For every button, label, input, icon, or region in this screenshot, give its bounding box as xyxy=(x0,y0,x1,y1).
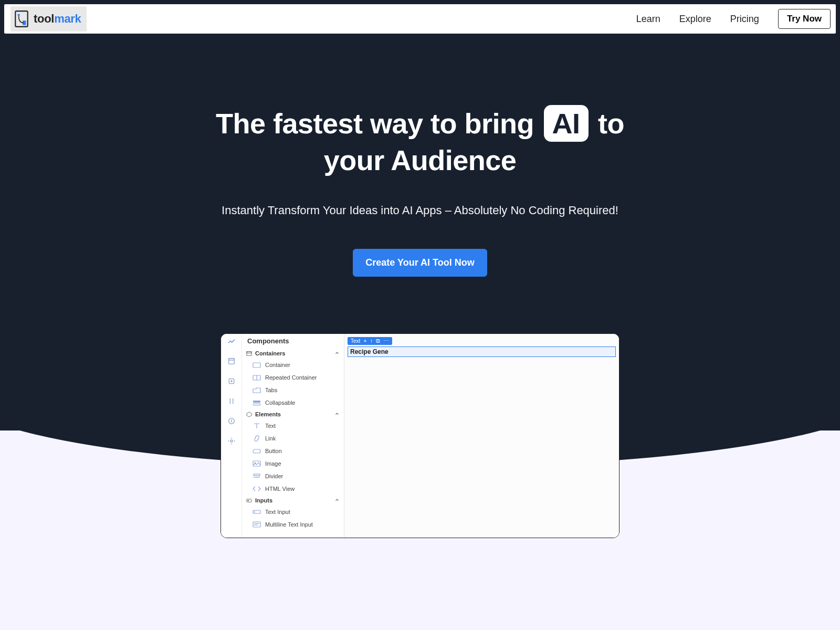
text-field[interactable] xyxy=(348,346,616,357)
hero-title: The fastest way to bring AI to your Audi… xyxy=(184,105,656,178)
item-text-input[interactable]: Text Input xyxy=(242,506,344,518)
svg-rect-22 xyxy=(253,510,260,513)
svg-point-1 xyxy=(18,14,20,16)
svg-point-7 xyxy=(230,440,233,442)
logo[interactable]: toolmark xyxy=(10,6,87,32)
item-multiline[interactable]: Multiline Text Input xyxy=(242,518,344,531)
tag-copy-icon[interactable]: ⧉ xyxy=(376,338,380,344)
chevron-up-icon xyxy=(334,411,340,417)
item-container[interactable]: Container xyxy=(242,359,344,371)
editor-canvas[interactable]: Text + ↑ ⧉ ⋯ xyxy=(344,334,619,538)
item-divider[interactable]: Divider xyxy=(242,470,344,482)
item-link[interactable]: Link xyxy=(242,432,344,445)
text-value-input[interactable] xyxy=(350,348,403,355)
element-tag[interactable]: Text + ↑ ⧉ ⋯ xyxy=(348,337,392,345)
item-text[interactable]: Text xyxy=(242,419,344,432)
editor-mock: Components Containers Container Repeated… xyxy=(220,333,620,538)
elements-icon xyxy=(246,412,252,417)
components-panel: Components Containers Container Repeated… xyxy=(242,334,344,538)
svg-rect-8 xyxy=(247,351,251,355)
repeated-icon xyxy=(253,374,261,381)
item-html[interactable]: HTML View xyxy=(242,482,344,495)
nav-explore[interactable]: Explore xyxy=(679,14,711,25)
chevron-up-icon xyxy=(334,350,340,356)
svg-point-21 xyxy=(248,500,249,501)
rail-icon-1[interactable] xyxy=(227,337,236,348)
ai-pill: AI xyxy=(544,105,589,142)
logo-icon xyxy=(14,9,29,28)
cta-button[interactable]: Create Your AI Tool Now xyxy=(353,249,487,277)
tag-up-icon[interactable]: ↑ xyxy=(370,338,373,344)
svg-rect-4 xyxy=(228,359,234,360)
header: toolmark Learn Explore Pricing Try Now xyxy=(4,4,836,34)
hero-sub: Instantly Transform Your Ideas into AI A… xyxy=(0,204,840,217)
rail-icon-6[interactable] xyxy=(227,437,236,447)
svg-rect-24 xyxy=(253,522,260,527)
svg-rect-18 xyxy=(254,474,260,476)
svg-rect-15 xyxy=(253,449,260,453)
inputs-icon xyxy=(246,498,252,503)
item-tabs[interactable]: Tabs xyxy=(242,384,344,396)
group-elements[interactable]: Elements xyxy=(242,409,344,419)
svg-rect-9 xyxy=(247,351,251,353)
group-inputs[interactable]: Inputs xyxy=(242,495,344,506)
nav-pricing[interactable]: Pricing xyxy=(730,14,759,25)
svg-rect-3 xyxy=(228,359,234,364)
chevron-up-icon xyxy=(334,497,340,503)
svg-rect-20 xyxy=(247,499,251,502)
item-image[interactable]: Image xyxy=(242,457,344,470)
group-containers[interactable]: Containers xyxy=(242,348,344,359)
rail-icon-2[interactable] xyxy=(227,357,236,368)
panel-title: Components xyxy=(242,334,344,348)
tabs-icon xyxy=(253,386,261,394)
rail-icon-5[interactable] xyxy=(227,417,236,427)
tag-more-icon[interactable]: ⋯ xyxy=(383,338,389,344)
divider-icon xyxy=(253,472,261,480)
text-icon xyxy=(253,422,261,429)
item-button[interactable]: Button xyxy=(242,445,344,457)
container-icon xyxy=(253,361,261,369)
text-input-icon xyxy=(253,508,261,516)
image-icon xyxy=(253,460,261,467)
logo-text: toolmark xyxy=(34,12,81,26)
item-collapsable[interactable]: Collapsable xyxy=(242,396,344,409)
svg-rect-10 xyxy=(253,363,260,368)
collapsable-icon xyxy=(253,399,261,406)
tag-add-icon[interactable]: + xyxy=(363,338,366,344)
rail-icon-4[interactable] xyxy=(227,397,236,407)
editor-rail xyxy=(221,334,242,538)
svg-rect-14 xyxy=(253,404,260,405)
containers-icon xyxy=(246,351,252,356)
button-icon xyxy=(253,447,261,455)
hero: The fastest way to bring AI to your Audi… xyxy=(0,42,840,277)
try-now-button[interactable]: Try Now xyxy=(778,9,831,29)
item-repeated[interactable]: Repeated Container xyxy=(242,371,344,384)
multiline-icon xyxy=(253,521,261,528)
rail-icon-3[interactable] xyxy=(227,377,236,387)
nav: Learn Explore Pricing Try Now xyxy=(636,9,831,29)
code-icon xyxy=(253,485,261,492)
svg-rect-13 xyxy=(253,401,260,403)
link-icon xyxy=(253,435,261,442)
nav-learn[interactable]: Learn xyxy=(636,14,660,25)
